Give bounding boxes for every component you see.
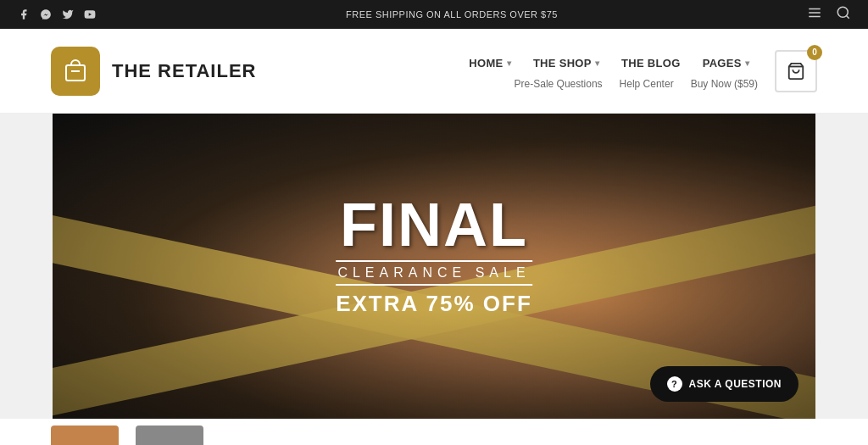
nav-shop-chevron: ▾ xyxy=(595,58,599,68)
nav-main: HOME ▾ THE SHOP ▾ THE BLOG PAGES ▾ xyxy=(460,52,758,75)
header: THE RETAILER HOME ▾ THE SHOP ▾ THE BLOG … xyxy=(0,29,868,114)
nav-home[interactable]: HOME ▾ xyxy=(460,52,520,75)
social-icons xyxy=(17,8,97,21)
nav-sub: Pre-Sale Questions Help Center Buy Now (… xyxy=(515,78,758,90)
nav-help[interactable]: Help Center xyxy=(620,78,674,90)
ask-question-button[interactable]: ASK A QUESTION xyxy=(650,366,798,402)
page-wrapper: FREE SHIPPING ON ALL ORDERS OVER $75 xyxy=(0,0,868,445)
nav-shop-label: THE SHOP xyxy=(533,57,592,70)
top-bar-right xyxy=(807,5,851,24)
logo-text: THE RETAILER xyxy=(112,60,256,82)
youtube-icon[interactable] xyxy=(83,8,97,21)
nav-pages-chevron: ▾ xyxy=(745,58,749,68)
shipping-notice: FREE SHIPPING ON ALL ORDERS OVER $75 xyxy=(346,9,558,19)
hero-content: FINAL CLEARANCE SALE EXTRA 75% OFF xyxy=(336,194,532,317)
hero-line1: FINAL xyxy=(336,194,532,255)
logo-area[interactable]: THE RETAILER xyxy=(51,47,256,96)
nav-home-chevron: ▾ xyxy=(507,58,511,68)
preview-item-1 xyxy=(51,426,119,446)
bottom-preview xyxy=(0,419,868,445)
ask-question-label: ASK A QUESTION xyxy=(689,378,782,390)
messenger-icon[interactable] xyxy=(39,8,53,21)
cart-badge: 0 xyxy=(807,45,822,60)
twitter-icon[interactable] xyxy=(61,8,75,21)
top-bar-left xyxy=(17,8,97,21)
facebook-icon[interactable] xyxy=(17,8,31,21)
hamburger-icon[interactable] xyxy=(807,5,822,24)
logo-icon xyxy=(51,47,100,96)
hero-section-wrapper: FINAL CLEARANCE SALE EXTRA 75% OFF ASK A… xyxy=(0,114,868,419)
nav-blog-label: THE BLOG xyxy=(621,57,681,70)
hero-line3: EXTRA 75% OFF xyxy=(336,291,532,317)
shipping-text: FREE SHIPPING ON ALL ORDERS OVER $75 xyxy=(346,9,558,19)
svg-rect-5 xyxy=(66,65,85,81)
ask-question-icon xyxy=(667,376,682,392)
svg-point-3 xyxy=(837,7,848,17)
nav-shop[interactable]: THE SHOP ▾ xyxy=(525,52,608,75)
preview-item-2 xyxy=(136,426,203,446)
top-bar: FREE SHIPPING ON ALL ORDERS OVER $75 xyxy=(0,0,868,29)
nav-pages-label: PAGES xyxy=(703,57,742,70)
nav-buynow[interactable]: Buy Now ($59) xyxy=(691,78,758,90)
nav-pages[interactable]: PAGES ▾ xyxy=(694,52,758,75)
hero-section: FINAL CLEARANCE SALE EXTRA 75% OFF ASK A… xyxy=(53,114,815,419)
hero-line2: CLEARANCE SALE xyxy=(336,260,532,286)
nav-blog[interactable]: THE BLOG xyxy=(613,52,689,75)
cart-button[interactable]: 0 xyxy=(775,50,817,92)
search-icon[interactable] xyxy=(836,5,851,24)
nav-home-label: HOME xyxy=(469,57,503,70)
header-nav: HOME ▾ THE SHOP ▾ THE BLOG PAGES ▾ Pre-S… xyxy=(256,52,758,90)
nav-presale[interactable]: Pre-Sale Questions xyxy=(515,78,603,90)
svg-line-4 xyxy=(846,15,849,18)
